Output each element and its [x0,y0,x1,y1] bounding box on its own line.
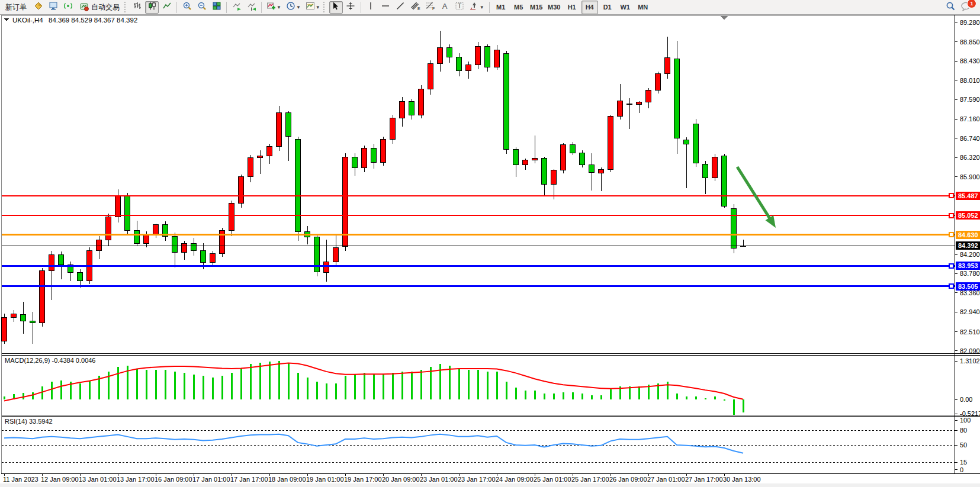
trading-terminal-window: 新订单 自动交易 [0,0,980,487]
crosshair-icon [346,1,355,13]
timeframe-D1[interactable]: D1 [599,1,616,14]
dropdown-caret-icon: ▼ [480,5,484,10]
svg-text:12 Jan 09:00: 12 Jan 09:00 [41,476,79,483]
svg-text:82.940: 82.940 [960,308,980,315]
svg-text:88.010: 88.010 [960,77,980,84]
horizontal-line-button[interactable] [379,1,393,14]
signals-button[interactable] [61,1,75,14]
svg-text:85.052: 85.052 [958,212,978,219]
dropdown-caret-icon: ▼ [296,5,301,10]
svg-text:82.510: 82.510 [960,328,980,336]
svg-text:80: 80 [960,427,967,434]
equidistant-channel-button[interactable]: E [409,1,422,14]
zoom-out-icon [197,1,207,13]
vertical-line-icon [366,1,375,13]
svg-text:24 Jan 09:00: 24 Jan 09:00 [496,476,534,483]
templates-button[interactable]: ▼ [304,1,322,14]
tile-windows-icon [212,1,221,13]
toolbar-separator [361,2,361,13]
toolbar-separator [176,2,177,13]
svg-text:0.00: 0.00 [960,396,972,403]
periods-button[interactable]: ▼ [284,1,303,14]
indicators-button[interactable]: ▼ [265,1,283,14]
monitor-icon [49,1,58,13]
svg-text:13 Jan 01:00: 13 Jan 01:00 [79,476,117,483]
toolbar-handle [323,2,327,12]
svg-text:20 Jan 09:00: 20 Jan 09:00 [382,476,420,483]
fibonacci-icon: F [425,1,435,13]
zoom-out-button[interactable] [195,1,208,14]
timeframe-M15[interactable]: M15 [528,1,545,14]
diamond-icon [34,1,43,13]
svg-text:1.3102: 1.3102 [960,357,980,365]
chart-shift-icon [247,1,256,13]
line-chart-icon [162,1,172,13]
autotrading-button[interactable]: 自动交易 [76,1,123,14]
chart-title: UKOil-,H4 [12,17,43,24]
timeframe-H4[interactable]: H4 [581,1,598,14]
svg-text:85.900: 85.900 [960,173,980,180]
terminal-button[interactable] [46,1,60,14]
timeframe-M30[interactable]: M30 [546,1,563,14]
notification-count-badge: 1 [967,0,976,8]
zoom-in-button[interactable] [180,1,194,14]
search-icon [946,1,956,14]
svg-text:13 Jan 17:00: 13 Jan 17:00 [117,476,155,483]
svg-text:26 Jan 09:00: 26 Jan 09:00 [609,476,647,483]
new-order-button[interactable]: 新订单 [2,1,30,14]
svg-text:27 Jan 01:00: 27 Jan 01:00 [647,476,685,483]
svg-text:88.850: 88.850 [960,38,980,46]
text-tool-button[interactable]: A [438,1,452,14]
svg-text:F: F [432,7,435,11]
cursor-button[interactable] [329,1,343,14]
toolbar-separator [226,2,227,13]
autotrade-icon [79,2,89,13]
svg-text:23 Jan 17:00: 23 Jan 17:00 [458,476,496,483]
auto-scroll-button[interactable] [230,1,243,14]
tile-windows-button[interactable] [210,1,223,14]
svg-text:85.487: 85.487 [958,192,978,199]
svg-text:30 Jan 13:00: 30 Jan 13:00 [723,476,761,483]
arrows-tool-button[interactable]: ▼ [468,1,486,14]
crosshair-button[interactable] [344,1,358,14]
vertical-line-button[interactable] [364,1,378,14]
toolbar-separator [489,2,490,13]
chart-line-button[interactable] [160,1,173,14]
timeframe-group: M1M5M15M30H1H4D1W1MN [492,1,652,14]
trendline-icon [396,1,405,13]
horizontal-line-icon [381,1,390,13]
svg-text:25 Jan 17:00: 25 Jan 17:00 [571,476,609,483]
svg-text:82.090: 82.090 [960,347,980,354]
dropdown-caret-icon: ▼ [316,5,320,10]
timeframe-M5[interactable]: M5 [510,1,527,14]
chart-candles-button[interactable] [145,1,159,14]
chart-canvas[interactable]: 85.48785.05284.63083.95383.50584.392 89.… [0,15,980,487]
timeframe-H1[interactable]: H1 [564,1,580,14]
svg-text:19 Jan 01:00: 19 Jan 01:00 [306,476,344,483]
timeframe-W1[interactable]: W1 [617,1,634,14]
add-indicator-icon [266,1,276,13]
rsi-label: RSI(14) 33.5942 [5,418,53,425]
svg-text:89.280: 89.280 [960,19,980,26]
svg-text:84.200: 84.200 [960,251,980,258]
svg-text:83.780: 83.780 [960,270,980,277]
timeframe-M1[interactable]: M1 [493,1,509,14]
chart-shift-button[interactable] [245,1,258,14]
notifications-button[interactable]: 1 [959,1,973,14]
chart-ohlc-values: 84.369 84.529 84.367 84.392 [49,17,137,24]
svg-text:19 Jan 17:00: 19 Jan 17:00 [344,476,382,483]
fibonacci-button[interactable]: F [423,1,437,14]
svg-text:87.590: 87.590 [960,96,980,103]
chart-bars-button[interactable] [130,1,144,14]
toolbar-handle [124,2,128,12]
clock-icon [286,1,295,13]
svg-text:27 Jan 17:00: 27 Jan 17:00 [685,476,723,483]
cursor-arrow-icon [331,1,340,13]
text-label-button[interactable]: T [453,1,467,14]
search-button[interactable] [944,1,957,14]
svg-text:15: 15 [960,459,967,466]
trendline-button[interactable] [394,1,407,14]
market-watch-button[interactable] [31,1,45,14]
timeframe-MN[interactable]: MN [635,1,651,14]
svg-text:E: E [417,7,420,11]
